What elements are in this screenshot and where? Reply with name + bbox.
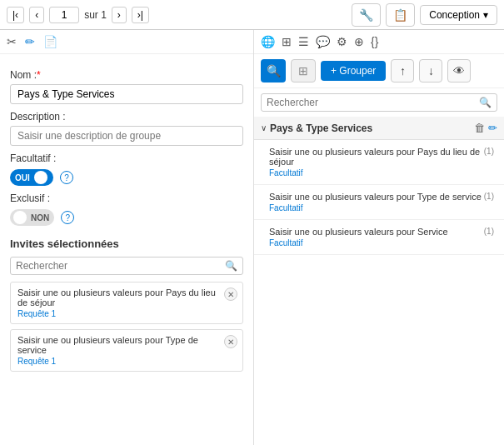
tool-clipboard-button[interactable]: 📋 <box>386 3 415 27</box>
left-toolbar: ✂ ✏ 📄 <box>0 30 253 54</box>
page-input[interactable] <box>49 7 79 23</box>
grid-icon[interactable]: ⊞ <box>282 35 292 48</box>
invite-item-2-sub: Requête 1 <box>17 357 236 366</box>
right-search-box: 🔍 <box>261 93 497 112</box>
right-action-bar: 🔍 ⊞ + Grouper ↑ ↓ 👁 <box>254 54 504 88</box>
conception-chevron: ▾ <box>483 9 488 21</box>
exclusif-toggle-row: NON ? <box>10 209 243 226</box>
nav-first-button[interactable]: |‹ <box>7 7 24 23</box>
right-panel: 🌐 ⊞ ☰ 💬 ⚙ ⊕ {} 🔍 ⊞ + Grouper ↑ ↓ 👁 🔍 <box>254 30 504 445</box>
group-button[interactable]: + Grouper <box>321 61 386 81</box>
code-icon[interactable]: {} <box>371 35 378 48</box>
document-icon[interactable]: 📄 <box>43 35 57 48</box>
share-icon[interactable]: ⊕ <box>354 35 364 48</box>
nav-prev-button[interactable]: ‹ <box>29 7 44 23</box>
invite-item-2-close[interactable]: ✕ <box>224 335 237 348</box>
facultatif-toggle-row: OUI ? <box>10 169 243 186</box>
invites-search-box: 🔍 <box>10 257 243 275</box>
main-layout: ✂ ✏ 📄 Nom :* Description : Facultatif : … <box>0 30 504 445</box>
right-list-item-3: (1) Saisir une ou plusieurs valeurs pour… <box>254 220 504 255</box>
group-edit-icon[interactable]: ✏ <box>488 122 497 134</box>
down-arrow-button[interactable]: ↓ <box>419 59 442 82</box>
left-form: Nom :* Description : Facultatif : OUI ? … <box>0 54 253 445</box>
invites-section-title: Invites sélectionnées <box>10 238 243 250</box>
group-chevron[interactable]: ∨ <box>261 123 267 132</box>
nom-label: Nom :* <box>10 69 243 81</box>
toggle-circle <box>34 171 47 184</box>
exclusif-help-icon[interactable]: ? <box>61 211 74 224</box>
description-label: Description : <box>10 111 243 122</box>
invite-item-1-text: Saisir une ou plusieurs valeurs pour Pay… <box>17 288 236 308</box>
invites-search-input[interactable] <box>16 260 225 272</box>
invite-item-1-close[interactable]: ✕ <box>224 288 237 301</box>
group-btn-label: + Grouper <box>331 65 376 77</box>
page-total: sur 1 <box>84 9 107 21</box>
right-list-item-2: (1) Saisir une ou plusieurs valeurs pour… <box>254 185 504 220</box>
list-icon[interactable]: ☰ <box>298 35 309 48</box>
top-bar: |‹ ‹ sur 1 › ›| 🔧 📋 Conception ▾ <box>0 0 504 30</box>
comment-icon[interactable]: 💬 <box>316 35 330 48</box>
right-search-input[interactable] <box>267 97 479 108</box>
right-item-1-tag: Facultatif <box>269 168 494 178</box>
conception-label: Conception <box>429 9 480 21</box>
invite-item-1: Saisir une ou plusieurs valeurs pour Pay… <box>10 282 243 324</box>
exclusif-toggle[interactable]: NON <box>10 209 54 226</box>
right-item-3-badge: (1) <box>484 227 494 236</box>
nom-input[interactable] <box>10 84 243 104</box>
settings-icon[interactable]: ⚙ <box>337 35 347 48</box>
description-input[interactable] <box>10 126 243 146</box>
right-item-2-badge: (1) <box>484 192 494 201</box>
facultatif-help-icon[interactable]: ? <box>60 171 73 184</box>
conception-dropdown[interactable]: Conception ▾ <box>420 5 497 25</box>
right-search-icon: 🔍 <box>479 97 492 108</box>
right-item-1-badge: (1) <box>484 147 494 156</box>
eye-button[interactable]: 👁 <box>447 59 471 82</box>
right-item-3-text: Saisir une ou plusieurs valeurs pour Ser… <box>269 227 494 237</box>
invite-item-2-text: Saisir une ou plusieurs valeurs pour Typ… <box>17 335 236 355</box>
invite-item-1-sub: Requête 1 <box>17 309 236 318</box>
right-item-1-text: Saisir une ou plusieurs valeurs pour Pay… <box>269 147 494 167</box>
nav-last-button[interactable]: ›| <box>132 7 149 23</box>
right-item-2-tag: Facultatif <box>269 203 494 212</box>
facultatif-label: Facultatif : <box>10 152 243 164</box>
up-arrow-button[interactable]: ↑ <box>391 59 414 82</box>
pencil-icon[interactable]: ✏ <box>25 35 35 48</box>
grid-view-button[interactable]: ⊞ <box>291 59 316 82</box>
tool-wrench-button[interactable]: 🔧 <box>352 3 381 27</box>
right-item-3-tag: Facultatif <box>269 238 494 248</box>
group-header: ∨ Pays & Type Services 🗑 ✏ <box>254 117 504 140</box>
toggle-circle-off <box>13 211 27 224</box>
right-toolbar: 🌐 ⊞ ☰ 💬 ⚙ ⊕ {} <box>254 30 504 54</box>
search-icon: 🔍 <box>225 260 237 272</box>
toggle-on-label: OUI <box>13 173 32 182</box>
search-button[interactable]: 🔍 <box>261 59 286 82</box>
scissors-icon[interactable]: ✂ <box>7 35 17 48</box>
global-icon[interactable]: 🌐 <box>261 35 275 48</box>
toggle-off-label: NON <box>29 213 51 222</box>
group-delete-icon[interactable]: 🗑 <box>474 122 485 134</box>
right-list-item-1: (1) Saisir une ou plusieurs valeurs pour… <box>254 140 504 185</box>
required-indicator: * <box>37 69 41 81</box>
right-item-2-text: Saisir une ou plusieurs valeurs pour Typ… <box>269 192 494 202</box>
invite-item-2: Saisir une ou plusieurs valeurs pour Typ… <box>10 329 243 372</box>
exclusif-label: Exclusif : <box>10 192 243 204</box>
nav-next-button[interactable]: › <box>112 7 127 23</box>
right-list: ∨ Pays & Type Services 🗑 ✏ (1) Saisir un… <box>254 117 504 445</box>
left-panel: ✂ ✏ 📄 Nom :* Description : Facultatif : … <box>0 30 254 445</box>
facultatif-toggle[interactable]: OUI <box>10 169 53 186</box>
group-name: Pays & Type Services <box>270 122 471 134</box>
